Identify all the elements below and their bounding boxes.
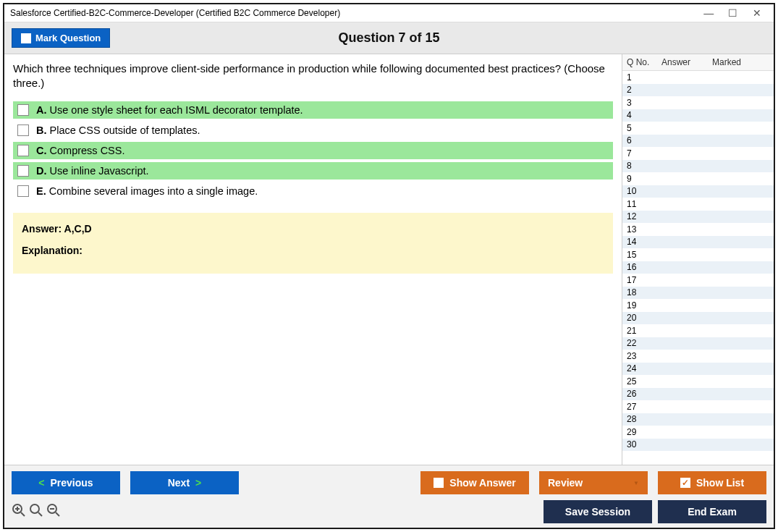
question-number: 12 — [627, 211, 661, 221]
options-list: A. Use one style sheet for each ISML dec… — [13, 101, 613, 200]
option-letter: A. — [36, 104, 47, 116]
option-row[interactable]: A. Use one style sheet for each ISML dec… — [13, 101, 613, 119]
option-checkbox[interactable] — [17, 165, 29, 177]
question-list-row[interactable]: 23 — [622, 350, 774, 363]
question-text: Which three techniques improve client-si… — [13, 62, 613, 91]
option-letter: D. — [36, 165, 47, 177]
show-answer-label: Show Answer — [449, 477, 515, 489]
footer: < Previous Next > Show Answer Review ▼ ✓… — [4, 465, 774, 528]
review-label: Review — [548, 477, 583, 489]
titlebar: Salesforce Certified-B2C-Commerce-Develo… — [4, 4, 774, 22]
question-list-row[interactable]: 28 — [622, 413, 774, 426]
app-window: Salesforce Certified-B2C-Commerce-Develo… — [3, 3, 775, 529]
option-row[interactable]: E. Combine several images into a single … — [13, 182, 613, 200]
question-number: 18 — [627, 287, 661, 297]
question-number: 20 — [627, 313, 661, 323]
question-list-row[interactable]: 19 — [622, 299, 774, 312]
question-number: 25 — [627, 376, 661, 387]
zoom-in-icon[interactable] — [12, 503, 26, 521]
next-button[interactable]: Next > — [130, 471, 239, 494]
question-list-row[interactable]: 6 — [622, 135, 774, 148]
question-list-row[interactable]: 27 — [622, 400, 774, 413]
option-label: C. Compress CSS. — [36, 145, 124, 156]
question-number: 2 — [627, 85, 661, 95]
answer-box: Answer: A,C,D Explanation: — [13, 213, 613, 274]
question-list-row[interactable]: 20 — [622, 312, 774, 325]
question-list-row[interactable]: 18 — [622, 287, 774, 300]
question-list-row[interactable]: 24 — [622, 363, 774, 376]
option-checkbox[interactable] — [17, 185, 29, 197]
review-button[interactable]: Review ▼ — [539, 471, 648, 494]
question-list-row[interactable]: 14 — [622, 236, 774, 249]
svg-line-7 — [56, 512, 59, 516]
zoom-reset-icon[interactable] — [29, 503, 43, 521]
question-number: 10 — [627, 186, 661, 196]
question-list-row[interactable]: 29 — [622, 426, 774, 439]
svg-point-4 — [30, 504, 39, 513]
end-exam-button[interactable]: End Exam — [658, 500, 766, 523]
question-number: 19 — [627, 300, 661, 311]
option-checkbox[interactable] — [17, 145, 29, 156]
show-answer-button[interactable]: Show Answer — [420, 471, 529, 494]
close-icon[interactable]: ✕ — [746, 7, 768, 19]
question-number: 24 — [627, 363, 661, 373]
minimize-icon[interactable]: — — [698, 7, 719, 19]
question-list-row[interactable]: 10 — [622, 185, 774, 198]
question-list-row[interactable]: 26 — [622, 388, 774, 401]
question-counter: Question 7 of 15 — [338, 30, 439, 46]
question-number: 13 — [627, 224, 661, 235]
option-label: B. Place CSS outside of templates. — [36, 124, 200, 136]
question-number: 8 — [627, 161, 661, 171]
option-letter: C. — [36, 145, 47, 156]
question-number: 16 — [627, 262, 661, 272]
chevron-down-icon: ▼ — [633, 480, 639, 486]
question-number: 23 — [627, 351, 661, 361]
question-number: 11 — [627, 199, 661, 209]
header-qno: Q No. — [627, 57, 661, 67]
mark-question-label: Mark Question — [35, 33, 101, 43]
question-number: 22 — [627, 338, 661, 348]
next-label: Next — [168, 477, 190, 489]
option-label: A. Use one style sheet for each ISML dec… — [36, 104, 303, 116]
question-list-row[interactable]: 17 — [622, 274, 774, 287]
question-list-row[interactable]: 21 — [622, 324, 774, 337]
question-list-row[interactable]: 2 — [622, 84, 774, 97]
option-row[interactable]: D. Use inline Javascript. — [13, 162, 613, 180]
answer-line: Answer: A,C,D — [22, 223, 604, 235]
maximize-icon[interactable]: ☐ — [722, 7, 744, 19]
question-list-row[interactable]: 3 — [622, 96, 774, 109]
question-number: 26 — [627, 389, 661, 399]
show-list-button[interactable]: ✓ Show List — [658, 471, 766, 494]
option-checkbox[interactable] — [17, 104, 29, 116]
question-list-row[interactable]: 4 — [622, 109, 774, 122]
sidebar-body[interactable]: 1234567891011121314151617181920212223242… — [622, 71, 774, 465]
option-row[interactable]: B. Place CSS outside of templates. — [13, 122, 613, 139]
option-label: E. Combine several images into a single … — [36, 185, 258, 197]
question-list-row[interactable]: 16 — [622, 261, 774, 274]
svg-line-1 — [21, 512, 25, 516]
topbar: Mark Question Question 7 of 15 — [4, 22, 774, 54]
question-list-row[interactable]: 1 — [622, 71, 774, 84]
previous-button[interactable]: < Previous — [12, 471, 120, 494]
save-session-button[interactable]: Save Session — [544, 500, 652, 523]
question-list-row[interactable]: 30 — [622, 439, 774, 452]
question-list-row[interactable]: 9 — [622, 172, 774, 185]
question-list-row[interactable]: 12 — [622, 211, 774, 224]
question-list-row[interactable]: 22 — [622, 337, 774, 350]
question-list-row[interactable]: 15 — [622, 248, 774, 261]
show-list-check-icon: ✓ — [680, 478, 690, 488]
question-list-row[interactable]: 5 — [622, 122, 774, 135]
option-text: Use inline Javascript. — [50, 165, 149, 177]
body: Which three techniques improve client-si… — [4, 54, 774, 465]
zoom-out-icon[interactable] — [46, 503, 61, 521]
question-list-row[interactable]: 13 — [622, 223, 774, 236]
mark-question-button[interactable]: Mark Question — [12, 28, 110, 48]
option-checkbox[interactable] — [17, 124, 29, 136]
question-list-row[interactable]: 8 — [622, 160, 774, 173]
question-list-row[interactable]: 11 — [622, 198, 774, 211]
header-answer: Answer — [661, 57, 712, 67]
option-row[interactable]: C. Compress CSS. — [13, 142, 613, 159]
question-list-row[interactable]: 25 — [622, 375, 774, 388]
option-letter: B. — [36, 124, 47, 136]
question-list-row[interactable]: 7 — [622, 147, 774, 160]
